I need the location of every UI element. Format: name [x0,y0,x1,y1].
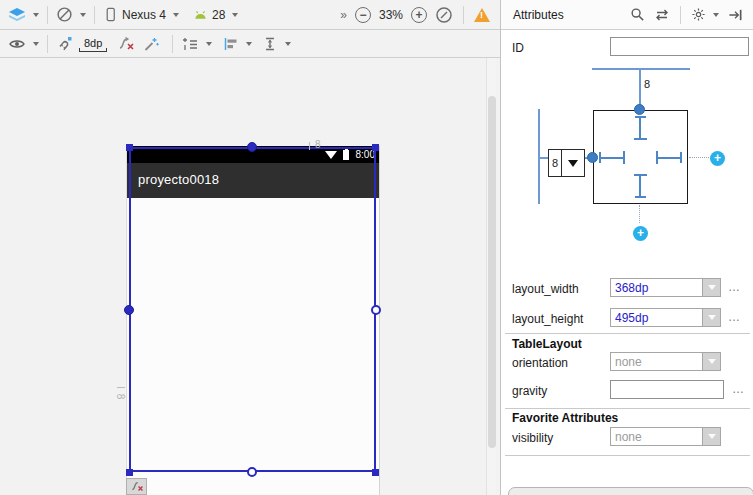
attributes-panel-body: ID 8 8 [501,30,753,495]
size-indicator [656,157,682,159]
docked-panel-edge [508,487,753,495]
margin-tick [309,142,310,150]
size-indicator [634,138,647,140]
anchor-top-connected[interactable] [247,142,257,152]
gravity-input[interactable] [610,380,724,399]
clear-constraints-icon [130,480,144,493]
zoom-out-button[interactable]: − [355,7,371,23]
visibility-combo[interactable]: none [610,427,721,446]
view-action-button[interactable] [126,478,147,495]
autoconnect-toggle-icon[interactable] [56,36,73,52]
section-divider [505,333,750,334]
chevron-down-icon [232,13,238,17]
separator [47,6,48,24]
toolbar-overflow-button[interactable]: » [340,8,347,22]
device-label: Nexus 4 [122,8,166,22]
layout-width-combo[interactable]: 368dp [610,278,721,297]
gravity-label: gravity [512,384,547,398]
selection-rectangle[interactable] [129,147,376,472]
guidelines-menu[interactable] [181,36,212,52]
anchor-start-connected[interactable] [124,305,134,315]
zoom-to-fit-button[interactable] [435,6,453,24]
add-bottom-constraint-button[interactable]: + [633,226,648,241]
gear-menu[interactable] [691,7,719,22]
layout-width-label: layout_width [512,282,579,296]
separator [680,6,681,24]
chevron-down-icon [80,13,86,17]
orientation-value: none [611,353,702,370]
selection-handle-top-right[interactable] [372,144,379,151]
size-indicator [680,152,682,163]
triangle-down-icon [708,434,716,439]
design-toolbar: Nexus 4 28 » − 33% + ! [0,0,500,30]
anchor-end-empty[interactable] [371,305,381,315]
section-divider [505,455,750,456]
hide-panel-icon[interactable] [728,8,743,22]
align-icon [222,36,239,52]
android-studio-layout-editor: Nexus 4 28 » − 33% + ! [0,0,753,495]
chevron-down-icon [713,13,719,17]
orientation-icon [56,6,73,23]
id-input[interactable] [610,37,749,56]
gravity-more-button[interactable]: … [732,382,745,396]
layers-icon [8,7,26,23]
dropdown-button[interactable] [702,428,720,445]
add-end-constraint-button[interactable]: + [710,151,725,166]
size-indicator [635,196,646,198]
swap-views-icon[interactable] [654,8,670,22]
triangle-down-icon [708,285,716,290]
selection-handle-bottom-left[interactable] [126,469,133,476]
id-label: ID [512,41,524,55]
view-options-button[interactable] [8,37,39,51]
warning-indicator[interactable]: ! [474,8,490,22]
separator [463,6,464,24]
size-indicator [639,116,641,140]
triangle-down-icon [708,359,716,364]
layout-height-more-button[interactable]: … [728,310,741,324]
top-margin-label: 8 [315,139,321,150]
parent-top-edge-line [592,68,690,70]
start-margin-label: 8 [115,394,126,400]
widget-top-margin-value[interactable]: 8 [644,78,650,90]
design-surface[interactable]: 8:00 proyecto0018 8 8 [0,58,500,495]
dotted-connector [689,157,709,158]
scrollbar-thumb[interactable] [488,96,496,448]
vertical-scrollbar[interactable] [486,58,496,495]
widget-anchor-top[interactable] [634,104,645,115]
widget-anchor-start[interactable] [587,152,598,163]
align-menu[interactable] [222,36,252,52]
dropdown-button[interactable] [702,353,720,370]
dropdown-button[interactable] [702,279,720,296]
chevron-down-icon [285,42,291,46]
size-indicator [639,174,641,198]
anchor-bottom-empty[interactable] [247,467,257,477]
api-level-selector[interactable]: 28 [193,8,238,22]
margin-bracket [79,48,107,52]
infer-constraints-button[interactable] [143,36,160,52]
constraint-toolbar: 8dp [0,30,500,58]
orientation-selector[interactable] [56,6,86,23]
panel-title: Attributes [513,8,630,22]
selection-handle-bottom-right[interactable] [372,469,379,476]
dropdown-button[interactable] [562,150,584,176]
chevron-down-icon [33,42,39,46]
layout-height-value: 495dp [611,309,702,326]
orientation-label: orientation [512,356,568,370]
design-surface-selector[interactable] [8,7,39,23]
start-margin-dropdown[interactable]: 8 [548,149,585,177]
layout-height-label: layout_height [512,312,583,326]
selection-handle-top-left[interactable] [126,144,133,151]
pack-distribute-menu[interactable] [262,36,291,52]
dropdown-button[interactable] [702,309,720,326]
default-margin-selector[interactable]: 8dp [79,36,107,52]
search-icon[interactable] [630,7,645,22]
clear-constraints-button[interactable] [117,36,135,52]
separator [94,6,95,24]
device-selector[interactable]: Nexus 4 [103,6,179,23]
layout-width-more-button[interactable]: … [728,280,741,294]
size-indicator [599,157,625,159]
layout-height-combo[interactable]: 495dp [610,308,721,327]
zoom-in-button[interactable]: + [411,7,427,23]
attributes-panel-header: Attributes [501,0,753,30]
orientation-combo[interactable]: none [610,352,721,371]
